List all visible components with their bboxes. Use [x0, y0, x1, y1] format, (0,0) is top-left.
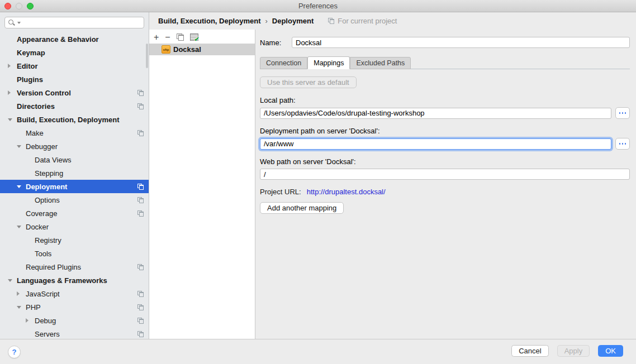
title-bar[interactable]: Preferences — [0, 0, 636, 12]
use-server-default-button[interactable]: Use this server as default — [260, 76, 357, 88]
local-path-browse-button[interactable] — [615, 107, 630, 119]
sidebar-item-version-control[interactable]: Version Control — [0, 86, 149, 99]
sidebar-item-editor[interactable]: Editor — [0, 59, 149, 73]
sidebar-item-keymap[interactable]: Keymap — [0, 46, 149, 59]
tree-down-arrow-icon[interactable] — [17, 226, 26, 228]
local-path-input[interactable] — [260, 108, 611, 119]
tree-indent — [0, 320, 26, 321]
tab-mappings[interactable]: Mappings — [307, 56, 350, 69]
sidebar-item-debugger[interactable]: Debugger — [0, 140, 149, 153]
deployment-path-input[interactable] — [260, 138, 611, 150]
breadcrumb-category[interactable]: Build, Execution, Deployment — [158, 17, 260, 25]
tree-indent — [0, 253, 26, 254]
apply-button[interactable]: Apply — [557, 345, 590, 357]
sidebar-item-label: Tools — [35, 250, 51, 258]
sidebar-item-options[interactable]: Options — [0, 193, 149, 207]
per-project-icon — [137, 331, 144, 337]
per-project-icon — [137, 184, 144, 190]
tree-right-arrow-icon[interactable] — [17, 291, 26, 296]
tree-indent — [0, 227, 17, 227]
sidebar-item-directories[interactable]: Directories — [0, 99, 149, 113]
close-window-button[interactable] — [4, 3, 11, 9]
name-row: Name: — [260, 37, 630, 48]
sidebar-item-appearance-behavior[interactable]: Appearance & Behavior — [0, 32, 149, 46]
tree-indent — [0, 39, 8, 40]
help-button[interactable]: ? — [8, 346, 21, 358]
search-options-chevron-icon[interactable] — [17, 22, 21, 24]
sidebar-item-label: Build, Execution, Deployment — [17, 116, 119, 124]
per-project-icon — [137, 103, 144, 109]
tree-down-arrow-icon[interactable] — [17, 145, 26, 148]
server-tabs: Connection Mappings Excluded Paths — [260, 56, 630, 69]
local-path-row — [260, 107, 630, 119]
sidebar-item-languages-frameworks[interactable]: Languages & Frameworks — [0, 274, 149, 287]
per-project-icon — [328, 18, 334, 24]
minimize-window-button[interactable] — [16, 3, 22, 9]
sidebar-item-servers[interactable]: Servers — [0, 327, 149, 339]
deployment-path-browse-button[interactable] — [615, 138, 630, 150]
sidebar-item-build-execution-deployment[interactable]: Build, Execution, Deployment — [0, 113, 149, 126]
name-input[interactable] — [292, 37, 630, 48]
tree-indent — [0, 334, 26, 334]
tree-right-arrow-icon[interactable] — [8, 64, 17, 68]
use-as-default-button[interactable]: ✔ — [190, 33, 198, 41]
sidebar-item-label: Servers — [35, 330, 60, 338]
tree-right-arrow-icon[interactable] — [26, 318, 35, 323]
tree-down-arrow-icon[interactable] — [17, 306, 26, 309]
sidebar-item-data-views[interactable]: Data Views — [0, 153, 149, 166]
tree-indent — [0, 79, 8, 80]
add-server-button[interactable]: + — [154, 33, 159, 41]
tree-down-arrow-icon[interactable] — [17, 185, 26, 188]
sidebar-item-javascript[interactable]: JavaScript — [0, 287, 149, 300]
sidebar-item-label: Debug — [35, 317, 56, 325]
settings-tree: Appearance & BehaviorKeymapEditorPlugins… — [0, 32, 149, 339]
sidebar-item-docker[interactable]: Docker — [0, 220, 149, 233]
sidebar-item-deployment[interactable]: Deployment — [0, 180, 149, 193]
tree-down-arrow-icon[interactable] — [8, 279, 17, 282]
per-project-icon — [137, 318, 144, 324]
tree-right-arrow-icon[interactable] — [8, 90, 17, 95]
deployment-path-label: Deployment path on server 'Docksal': — [260, 127, 630, 135]
name-label: Name: — [260, 39, 292, 47]
sidebar-scrollbar[interactable] — [146, 44, 148, 68]
breadcrumb: Build, Execution, Deployment › Deploymen… — [149, 12, 636, 30]
sidebar-item-debug[interactable]: Debug — [0, 314, 149, 327]
sidebar-item-label: PHP — [26, 303, 41, 312]
sidebar-item-label: Options — [35, 196, 60, 204]
per-project-icon — [137, 291, 144, 297]
tree-indent — [0, 133, 17, 133]
server-list-item-docksal[interactable]: sftpDocksal — [149, 44, 255, 55]
per-project-icon — [137, 304, 144, 310]
per-project-icon — [137, 90, 144, 96]
sidebar-item-plugins[interactable]: Plugins — [0, 73, 149, 86]
search-input[interactable] — [4, 17, 144, 28]
sidebar-item-required-plugins[interactable]: Required Plugins — [0, 260, 149, 274]
tree-down-arrow-icon[interactable] — [8, 118, 17, 121]
tree-indent — [0, 186, 17, 187]
sidebar-item-tools[interactable]: Tools — [0, 247, 149, 260]
sidebar-item-label: Directories — [17, 102, 55, 111]
sidebar-item-label: Required Plugins — [26, 263, 81, 271]
tab-connection[interactable]: Connection — [260, 57, 307, 69]
sidebar-item-php[interactable]: PHP — [0, 300, 149, 314]
sidebar-item-label: Data Views — [35, 156, 72, 164]
project-url-label: Project URL: — [260, 188, 301, 196]
tree-indent — [0, 294, 17, 294]
tree-indent — [0, 307, 17, 308]
per-project-icon — [137, 210, 144, 217]
cancel-button[interactable]: Cancel — [511, 345, 548, 357]
sidebar-item-coverage[interactable]: Coverage — [0, 207, 149, 220]
sidebar-item-stepping[interactable]: Stepping — [0, 166, 149, 180]
server-detail-panel: Name: Connection Mappings Excluded Paths… — [255, 30, 636, 339]
tab-excluded-paths[interactable]: Excluded Paths — [350, 57, 411, 69]
ok-button[interactable]: OK — [598, 345, 623, 357]
web-path-input[interactable] — [260, 169, 630, 180]
add-another-mapping-button[interactable]: Add another mapping — [260, 202, 344, 214]
remove-server-button[interactable]: − — [165, 33, 170, 41]
project-url-link[interactable]: http://drupaltest.docksal/ — [307, 188, 386, 196]
check-icon: ✔ — [194, 36, 199, 43]
zoom-window-button[interactable] — [27, 3, 34, 9]
copy-server-button[interactable] — [177, 33, 184, 41]
sidebar-item-make[interactable]: Make — [0, 126, 149, 140]
sidebar-item-registry[interactable]: Registry — [0, 233, 149, 247]
